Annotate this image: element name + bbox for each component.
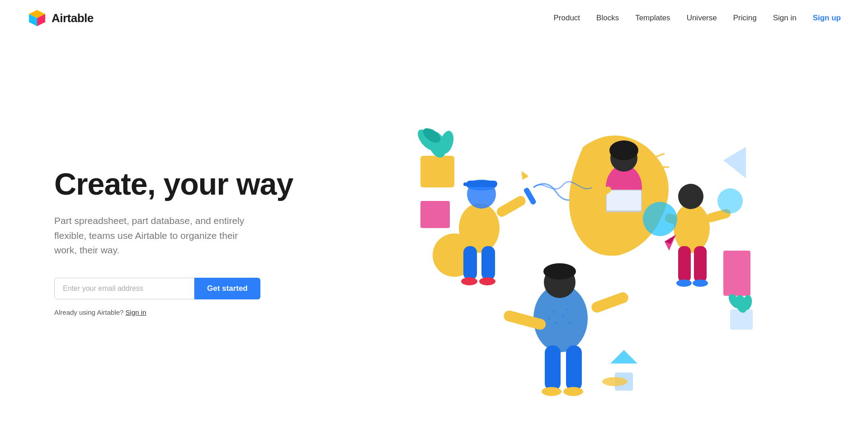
svg-point-35 — [676, 280, 692, 287]
svg-rect-26 — [607, 191, 641, 210]
svg-rect-44 — [723, 251, 750, 296]
svg-rect-19 — [495, 194, 528, 219]
hero-illustration — [316, 36, 841, 429]
nav-link-signup[interactable]: Sign up — [813, 14, 841, 22]
svg-rect-15 — [463, 246, 477, 280]
svg-rect-8 — [420, 201, 450, 228]
svg-point-63 — [563, 387, 583, 396]
svg-point-39 — [643, 202, 677, 236]
svg-point-54 — [548, 317, 551, 320]
nav-item-universe: Universe — [687, 14, 717, 23]
svg-point-53 — [566, 308, 569, 311]
svg-point-18 — [479, 277, 495, 285]
svg-point-50 — [552, 310, 555, 313]
svg-point-32 — [678, 184, 703, 209]
nav-link-templates[interactable]: Templates — [635, 14, 670, 22]
nav-link-product[interactable]: Product — [553, 14, 580, 22]
svg-point-55 — [568, 322, 571, 324]
svg-rect-3 — [420, 156, 454, 187]
logo-text: Airtable — [52, 11, 94, 25]
signin-prefix-text: Already using Airtable? — [54, 308, 123, 316]
navbar: Airtable Product Blocks Templates Univer… — [0, 0, 868, 36]
hero-title: Create, your way — [54, 167, 316, 201]
svg-rect-34 — [694, 246, 707, 282]
email-input[interactable] — [54, 278, 194, 299]
hero-section: Create, your way Part spreadsheet, part … — [0, 36, 868, 429]
svg-point-36 — [693, 280, 708, 287]
nav-item-product: Product — [553, 14, 580, 23]
svg-point-10 — [459, 203, 500, 253]
svg-rect-59 — [590, 291, 630, 314]
svg-rect-14 — [463, 182, 472, 186]
nav-link-signin[interactable]: Sign in — [773, 14, 797, 22]
nav-link-universe[interactable]: Universe — [687, 14, 717, 22]
nav-links: Product Blocks Templates Universe Pricin… — [553, 14, 841, 23]
logo-link[interactable]: Airtable — [27, 8, 94, 28]
svg-point-62 — [542, 387, 561, 396]
cta-form: Get started — [54, 278, 316, 299]
svg-point-17 — [461, 277, 477, 285]
svg-point-52 — [555, 322, 557, 324]
nav-item-signin: Sign in — [773, 14, 797, 23]
svg-marker-42 — [723, 147, 746, 178]
svg-point-66 — [602, 377, 627, 386]
nav-link-pricing[interactable]: Pricing — [733, 14, 757, 22]
get-started-button[interactable]: Get started — [194, 278, 260, 299]
signin-prompt: Already using Airtable? Sign in — [54, 308, 316, 316]
nav-link-blocks[interactable]: Blocks — [596, 14, 619, 22]
svg-point-24 — [609, 140, 638, 160]
nav-item-pricing: Pricing — [733, 14, 757, 23]
svg-marker-64 — [610, 350, 637, 364]
svg-rect-33 — [678, 246, 691, 282]
signin-link[interactable]: Sign in — [126, 308, 146, 316]
svg-marker-21 — [519, 169, 529, 180]
svg-point-31 — [674, 203, 710, 253]
nav-item-blocks: Blocks — [596, 14, 619, 23]
svg-rect-61 — [566, 345, 582, 391]
nav-item-signup: Sign up — [813, 14, 841, 23]
svg-rect-16 — [481, 246, 495, 280]
svg-point-43 — [717, 188, 743, 214]
hero-content: Create, your way Part spreadsheet, part … — [54, 149, 316, 316]
hero-svg — [393, 56, 764, 409]
nav-item-templates: Templates — [635, 14, 670, 23]
hero-subtitle: Part spreadsheet, part database, and ent… — [54, 214, 262, 258]
logo-icon — [27, 8, 47, 28]
svg-point-57 — [543, 263, 576, 280]
svg-point-51 — [561, 315, 564, 317]
svg-rect-60 — [545, 345, 561, 391]
